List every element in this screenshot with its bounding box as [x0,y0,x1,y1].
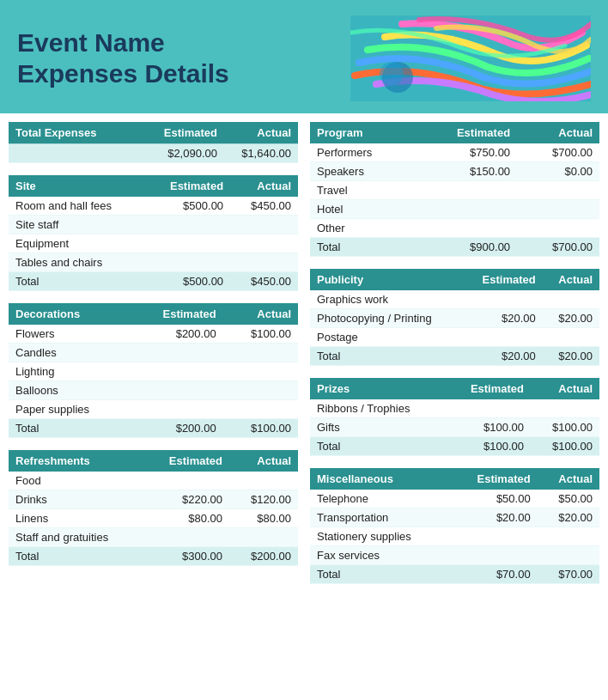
publicity-row-estimated-0 [463,290,543,309]
program-total-estimated: $900.00 [415,238,517,257]
refreshments-section: RefreshmentsEstimatedActualFoodDrinks$22… [9,450,298,566]
miscellaneous-section: MiscellaneousEstimatedActualTelephone$50… [310,468,599,584]
refreshments-row-estimated-0 [144,472,229,490]
publicity-row-actual-0 [543,290,599,309]
svg-point-2 [380,62,404,86]
table-row: Photocopying / Printing$20.00$20.00 [310,309,599,328]
publicity-section: PublicityEstimatedActualGraphics workPho… [310,269,599,366]
program-row-label-4: Other [310,219,415,238]
site-row-estimated-3 [146,253,230,272]
miscellaneous-row-label-0: Telephone [310,490,450,508]
site-row-label-2: Equipment [9,234,146,253]
left-column: Total Expenses Estimated Actual $2,090.0… [9,122,298,596]
miscellaneous-total-row: Total$70.00$70.00 [310,565,599,584]
program-row-estimated-0: $750.00 [415,143,517,162]
publicity-row-actual-2 [543,328,599,347]
refreshments-row-actual-2: $80.00 [229,509,298,528]
prizes-row-estimated-1: $100.00 [446,418,531,437]
site-total-row: Total$500.00$450.00 [9,272,298,291]
decorations-total-label: Total [9,419,130,438]
publicity-total-label: Total [310,347,463,366]
miscellaneous-row-actual-1: $20.00 [538,508,599,527]
table-row: Equipment [9,234,298,253]
miscellaneous-total-actual: $70.00 [538,565,599,584]
publicity-row-estimated-1: $20.00 [463,309,543,328]
program-row-actual-4 [517,219,599,238]
publicity-total-actual: $20.00 [543,347,599,366]
decorations-estimated-header: Estimated [130,303,222,325]
program-section-table: ProgramEstimatedActualPerformers$750.00$… [310,122,599,257]
program-estimated-header: Estimated [415,122,517,143]
table-row: Candles [9,344,298,362]
prizes-section-table: PrizesEstimatedActualRibbons / TrophiesG… [310,378,599,456]
miscellaneous-header: Miscellaneous [310,468,450,490]
decorations-total-actual: $100.00 [223,419,298,438]
site-row-actual-2 [230,234,298,253]
publicity-header: Publicity [310,269,463,290]
site-row-estimated-1 [146,216,230,234]
miscellaneous-row-actual-3 [538,546,599,565]
site-total-estimated: $500.00 [146,272,230,291]
miscellaneous-row-label-2: Stationery supplies [310,527,450,546]
miscellaneous-total-estimated: $70.00 [450,565,537,584]
header-graphic [350,15,591,101]
table-row: Staff and gratuities [9,528,298,547]
refreshments-total-actual: $200.00 [229,547,298,566]
publicity-row-actual-1: $20.00 [543,309,599,328]
decorations-section-table: DecorationsEstimatedActualFlowers$200.00… [9,303,298,438]
prizes-total-actual: $100.00 [531,437,599,456]
prizes-total-label: Total [310,437,446,456]
site-row-label-0: Room and hall fees [9,197,146,216]
site-row-label-3: Tables and chairs [9,253,146,272]
miscellaneous-row-estimated-0: $50.00 [450,490,537,508]
publicity-section-table: PublicityEstimatedActualGraphics workPho… [310,269,599,366]
total-expenses-actual: $1,640.00 [224,144,298,163]
total-expenses-spacer [9,144,146,163]
table-row: Other [310,219,599,238]
refreshments-row-actual-1: $120.00 [229,490,298,509]
refreshments-total-estimated: $300.00 [144,547,229,566]
prizes-row-label-0: Ribbons / Trophies [310,399,446,418]
decorations-row-label-2: Lighting [9,362,130,381]
site-row-label-1: Site staff [9,216,146,234]
miscellaneous-section-table: MiscellaneousEstimatedActualTelephone$50… [310,468,599,584]
miscellaneous-row-label-3: Fax services [310,546,450,565]
program-row-estimated-4 [415,219,517,238]
decorations-row-estimated-3 [130,381,222,400]
refreshments-row-estimated-3 [144,528,229,547]
refreshments-row-actual-3 [229,528,298,547]
prizes-row-actual-0 [531,399,599,418]
miscellaneous-row-estimated-1: $20.00 [450,508,537,527]
decorations-row-label-1: Candles [9,344,130,362]
decorations-row-estimated-4 [130,400,222,419]
prizes-header: Prizes [310,378,446,399]
table-row: Hotel [310,200,599,219]
program-total-actual: $700.00 [517,238,599,257]
prizes-estimated-header: Estimated [446,378,531,399]
table-row: Ribbons / Trophies [310,399,599,418]
miscellaneous-actual-header: Actual [538,468,599,490]
publicity-total-estimated: $20.00 [463,347,543,366]
site-row-estimated-2 [146,234,230,253]
program-row-label-1: Speakers [310,162,415,181]
prizes-section: PrizesEstimatedActualRibbons / TrophiesG… [310,378,599,456]
program-row-actual-2 [517,181,599,200]
site-estimated-header: Estimated [146,175,230,197]
miscellaneous-estimated-header: Estimated [450,468,537,490]
total-actual-header: Actual [224,122,298,144]
decorations-row-label-4: Paper supplies [9,400,130,419]
decorations-total-row: Total$200.00$100.00 [9,419,298,438]
table-row: Lighting [9,362,298,381]
table-row: Food [9,472,298,490]
decorations-row-label-0: Flowers [9,325,130,344]
table-row: Site staff [9,216,298,234]
decorations-row-actual-1 [223,344,298,362]
program-actual-header: Actual [517,122,599,143]
table-row: Balloons [9,381,298,400]
table-row: Gifts$100.00$100.00 [310,418,599,437]
total-expenses-estimated: $2,090.00 [146,144,224,163]
decorations-section: DecorationsEstimatedActualFlowers$200.00… [9,303,298,438]
decorations-row-label-3: Balloons [9,381,130,400]
total-expenses-table: Total Expenses Estimated Actual $2,090.0… [9,122,298,163]
program-row-label-3: Hotel [310,200,415,219]
